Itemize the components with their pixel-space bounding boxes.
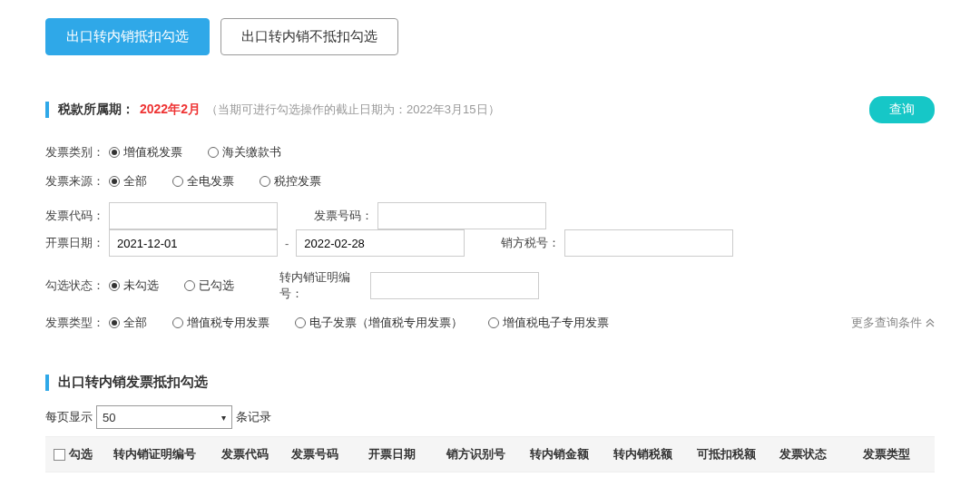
- accent-bar: [45, 102, 49, 118]
- radio-type-zyp-label: 增值税专用发票: [187, 315, 270, 331]
- period-value: 2022年2月: [140, 102, 201, 118]
- results-table: 勾选 转内销证明编号 发票代码 发票号码 开票日期 销方识别号 转内销金额 转内…: [45, 436, 935, 477]
- date-dash: -: [278, 237, 296, 250]
- fp-code-label: 发票代码：: [45, 208, 109, 224]
- per-page-prefix: 每页显示: [45, 409, 93, 425]
- col-amount: 转内销金额: [518, 437, 602, 472]
- radio-check-done-label: 已勾选: [199, 277, 234, 294]
- kp-date-to[interactable]: [296, 229, 465, 257]
- results-title: 出口转内销发票抵扣勾选: [58, 374, 208, 391]
- cell-fp-no: [279, 472, 349, 478]
- radio-vat-invoice-label: 增值税发票: [123, 144, 182, 161]
- kp-date-from[interactable]: [109, 229, 278, 257]
- radio-type-all-label: 全部: [123, 315, 147, 331]
- seller-tax-label: 销方税号：: [501, 235, 564, 251]
- kp-date-label: 开票日期：: [45, 235, 109, 251]
- more-filters-label: 更多查询条件: [851, 315, 922, 331]
- radio-source-all-label: 全部: [123, 173, 147, 190]
- radio-source-all[interactable]: 全部: [109, 173, 147, 190]
- fp-code-input[interactable]: [109, 202, 278, 229]
- cert-no-label: 转内销证明编号：: [279, 269, 370, 302]
- fp-category-label: 发票类别：: [45, 144, 109, 161]
- cell-tax: 6045: [602, 472, 685, 478]
- fp-no-label: 发票号码：: [314, 208, 377, 224]
- cell-deductible: 6045: [684, 472, 768, 478]
- accent-bar-2: [45, 375, 49, 391]
- col-cert-no: 转内销证明编号: [100, 437, 210, 472]
- col-deductible: 可抵扣税额: [684, 437, 768, 472]
- radio-type-dzzy-label: 增值税电子专用发票: [503, 315, 609, 331]
- radio-customs[interactable]: 海关缴款书: [208, 144, 281, 161]
- period-note: （当期可进行勾选操作的截止日期为：2022年3月15日）: [206, 102, 500, 118]
- tab-export-deduct[interactable]: 出口转内销抵扣勾选: [45, 18, 210, 55]
- fp-source-label: 发票来源：: [45, 173, 109, 190]
- col-fp-no: 发票号码: [279, 437, 349, 472]
- chevron-down-icon: ▾: [221, 413, 226, 423]
- radio-type-all[interactable]: 全部: [109, 315, 147, 331]
- cell-kp-date: 2021-12-03: [349, 472, 435, 478]
- fp-no-input[interactable]: [377, 202, 546, 229]
- table-row: 2021-12-03 46500 6045 6045 正常 增值税专用发: [45, 472, 935, 478]
- radio-check-un[interactable]: 未勾选: [109, 277, 159, 294]
- per-page-suffix: 条记录: [236, 409, 271, 425]
- per-page-value: 50: [103, 411, 115, 424]
- period-title: 税款所属期：: [58, 102, 134, 118]
- radio-type-dzp-label: 电子发票（增值税专用发票）: [309, 315, 463, 331]
- col-tax: 转内销税额: [602, 437, 685, 472]
- radio-type-zyp[interactable]: 增值税专用发票: [172, 315, 270, 331]
- radio-type-dzzy[interactable]: 增值税电子专用发票: [488, 315, 609, 331]
- cell-amount: 46500: [518, 472, 602, 478]
- col-type: 发票类型: [838, 437, 935, 472]
- radio-source-sk-label: 税控发票: [274, 173, 321, 190]
- col-check: 勾选: [69, 447, 93, 461]
- cert-no-input[interactable]: [370, 272, 539, 299]
- col-kp-date: 开票日期: [349, 437, 435, 472]
- cell-type: 增值税专用发: [838, 472, 935, 478]
- chevron-down-icon: [926, 318, 935, 327]
- radio-source-ed-label: 全电发票: [187, 173, 234, 190]
- cell-cert-no: [100, 472, 210, 478]
- cell-fp-code: [210, 472, 279, 478]
- more-filters-toggle[interactable]: 更多查询条件: [851, 315, 935, 331]
- radio-source-ed[interactable]: 全电发票: [172, 173, 234, 190]
- fp-type-label: 发票类型：: [45, 315, 109, 331]
- radio-source-sk[interactable]: 税控发票: [260, 173, 321, 190]
- radio-check-done[interactable]: 已勾选: [184, 277, 234, 294]
- check-state-label: 勾选状态：: [45, 277, 109, 294]
- tab-export-no-deduct[interactable]: 出口转内销不抵扣勾选: [220, 18, 398, 55]
- radio-customs-label: 海关缴款书: [222, 144, 281, 161]
- seller-tax-input[interactable]: [564, 229, 733, 257]
- radio-type-dzp[interactable]: 电子发票（增值税专用发票）: [295, 315, 463, 331]
- col-fp-code: 发票代码: [210, 437, 279, 472]
- cell-seller-id: [435, 472, 518, 478]
- radio-vat-invoice[interactable]: 增值税发票: [109, 144, 182, 161]
- select-all-checkbox[interactable]: [54, 449, 65, 461]
- cell-status: 正常: [768, 472, 838, 478]
- per-page-select[interactable]: 50 ▾: [96, 405, 232, 429]
- query-button[interactable]: 查询: [869, 96, 935, 123]
- radio-check-un-label: 未勾选: [123, 277, 159, 294]
- col-seller-id: 销方识别号: [435, 437, 518, 472]
- col-status: 发票状态: [768, 437, 838, 472]
